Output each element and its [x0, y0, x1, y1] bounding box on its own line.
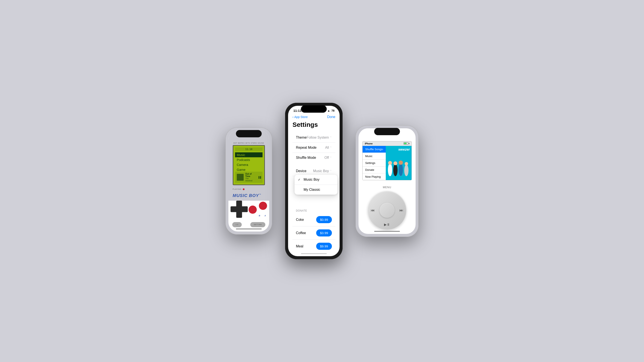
playing-dot	[243, 188, 244, 190]
b-label: B	[259, 215, 260, 217]
shuffle-songs-label: Shuffle Songs	[365, 148, 382, 151]
phone2-home-bar	[301, 253, 327, 254]
gameboy-screen-area: DOT MATRIX WITH STERO SOUND 11:10 Music …	[228, 130, 270, 201]
ipod-menu-donate[interactable]: Donate	[362, 167, 386, 173]
check-icon: ✓	[298, 178, 302, 181]
settings-group-device: Device Music Boy ⌃ ✓ Music Boy ✓ My C	[292, 166, 335, 186]
device-value: Music Boy ⌃	[313, 169, 332, 173]
settings-content: Settings Theme Follow System ⌃ Repeat Mo…	[288, 121, 340, 256]
lcd-pause-button[interactable]: ▐▐	[258, 176, 261, 179]
lcd-track-title: Out of Time	[245, 173, 256, 177]
lcd-menu-music[interactable]: Music	[235, 152, 263, 157]
phone2-dynamic-island	[301, 105, 327, 113]
settings-group-main: Theme Follow System ⌃ Repeat Mode All ⌃ …	[292, 133, 335, 163]
ipod-menu-label[interactable]: MENU	[383, 186, 391, 189]
device-dropdown: ✓ Music Boy ✓ My Classic	[294, 175, 338, 195]
phone1-screen: DOT MATRIX WITH STERO SOUND 11:10 Music …	[228, 130, 270, 232]
phone3-dynamic-island	[374, 128, 400, 135]
music-label: Music	[365, 154, 372, 158]
phone3-screen: iPhone Shuffle Songs › Music	[358, 128, 416, 234]
shuffle-label: Shuffle Mode	[296, 156, 316, 160]
lcd-album-art	[237, 174, 244, 181]
b-button[interactable]	[248, 206, 257, 214]
theme-label: Theme	[296, 136, 306, 139]
setting-button[interactable]: SETTING	[250, 222, 265, 227]
back-button[interactable]: ‹ App Store	[292, 115, 308, 119]
coffee-price-button[interactable]: $3.99	[316, 229, 332, 237]
ipod-click-wheel[interactable]: ⏮ ⏭ ▶⏸	[368, 191, 406, 230]
phone3-home-bar	[374, 231, 400, 232]
prev-button[interactable]: ⏮	[371, 208, 374, 212]
battery-tip	[409, 143, 409, 144]
ipod-menu-shuffle[interactable]: Shuffle Songs ›	[362, 146, 386, 153]
settings-group-donate: Coke $0.99 Coffee $3.99 Meal $9.99	[292, 213, 335, 253]
playing-indicator: PLAYING	[233, 187, 265, 191]
wheel-center-button[interactable]	[380, 203, 394, 218]
dropdown-music-boy[interactable]: ✓ Music Boy	[294, 175, 338, 185]
gameboy-brand: MUSIC BOY™	[233, 192, 265, 201]
svg-point-6	[399, 160, 403, 165]
phone1-frame: DOT MATRIX WITH STERO SOUND 11:10 Music …	[226, 127, 272, 235]
battery-fill	[404, 143, 406, 144]
ab-row	[248, 202, 267, 214]
ipod-menu-settings[interactable]: Settings	[362, 160, 386, 167]
ipod-menu-music[interactable]: Music	[362, 153, 386, 160]
header-text: DOT MATRIX WITH STERO SOUND	[234, 142, 264, 144]
phone2-screen: 11:11 ▪▪▪ ▲ 78 ‹ App Store Done Settings…	[288, 106, 340, 256]
ipod-menu-now-playing[interactable]: Now Playing	[362, 173, 386, 180]
ab-buttons: B A	[248, 202, 267, 217]
settings-row-coffee: Coffee $3.99	[292, 226, 335, 240]
ab-labels: B A	[259, 215, 267, 217]
next-button[interactable]: ⏭	[400, 208, 403, 212]
lcd-menu-camera[interactable]: Camera	[235, 162, 263, 167]
coke-price-button[interactable]: $0.99	[316, 216, 332, 223]
lcd-now-playing: Out of Time The Weeknd ▐▐	[235, 172, 263, 183]
lcd-track-info: Out of Time The Weeknd	[245, 173, 256, 182]
settings-row-theme[interactable]: Theme Follow System ⌃	[292, 133, 335, 143]
dropdown-my-classic[interactable]: ✓ My Classic	[294, 185, 338, 195]
settings-row-device[interactable]: Device Music Boy ⌃ ✓ Music Boy ✓ My C	[292, 166, 335, 176]
phone3-frame: iPhone Shuffle Songs › Music	[356, 125, 418, 237]
lcd-time: 11:10	[235, 147, 263, 151]
now-playing-label: Now Playing	[365, 175, 380, 178]
ipod-screen: iPhone Shuffle Songs › Music	[362, 141, 412, 180]
meal-price-button[interactable]: $9.99	[316, 243, 332, 250]
nav-bar: ‹ App Store Done	[288, 114, 340, 121]
settings-row-shuffle[interactable]: Shuffle Mode Off ⌃	[292, 153, 335, 163]
done-button[interactable]: Done	[327, 115, 335, 119]
back-chevron: ‹	[292, 115, 294, 119]
dropdown-my-classic-label: My Classic	[304, 188, 320, 192]
meal-label: Meal	[296, 244, 303, 248]
settings-row-meal: Meal $9.99	[292, 240, 335, 253]
ipod-menu-area: Shuffle Songs › Music Settings Donate No…	[362, 146, 412, 180]
status-time: 11:11	[293, 109, 302, 112]
lcd-track-artist: The Weeknd	[245, 177, 256, 182]
shuffle-value: Off ⌃	[324, 156, 332, 160]
a-label: A	[264, 215, 266, 217]
ipod-wheel-area: MENU ⏮ ⏭ ▶⏸	[358, 184, 416, 234]
phone2-frame: 11:11 ▪▪▪ ▲ 78 ‹ App Store Done Settings…	[285, 103, 342, 259]
device-chevron: ⌃	[330, 170, 332, 173]
battery-body	[404, 142, 408, 145]
dpad[interactable]	[230, 201, 248, 218]
theme-value: Follow System ⌃	[306, 136, 332, 139]
gameboy-controls: B A	[228, 201, 270, 218]
ipod-title-bar: iPhone	[362, 141, 412, 146]
play-button[interactable]: ▷II	[232, 222, 242, 227]
band-art	[386, 157, 412, 178]
lcd-menu-podcasts[interactable]: Podcasts	[235, 157, 263, 162]
lcd-menu-game[interactable]: Game	[235, 167, 263, 172]
a-button[interactable]	[259, 202, 267, 210]
settings-label: Settings	[365, 161, 375, 165]
repeat-value: All ⌃	[325, 146, 332, 150]
gameboy-lcd: 11:10 Music Podcasts Camera Game Out of …	[233, 145, 265, 185]
play-pause-button[interactable]: ▶⏸	[384, 223, 390, 227]
ipod-menu-list: Shuffle Songs › Music Settings Donate No…	[362, 146, 386, 180]
settings-row-repeat[interactable]: Repeat Mode All ⌃	[292, 143, 335, 153]
phone1-home-bar	[236, 229, 262, 229]
donate-label: Donate	[365, 168, 374, 171]
repeat-label: Repeat Mode	[296, 146, 316, 150]
back-label: App Store	[294, 115, 308, 119]
svg-point-2	[393, 164, 398, 176]
battery-indicator	[404, 142, 409, 145]
